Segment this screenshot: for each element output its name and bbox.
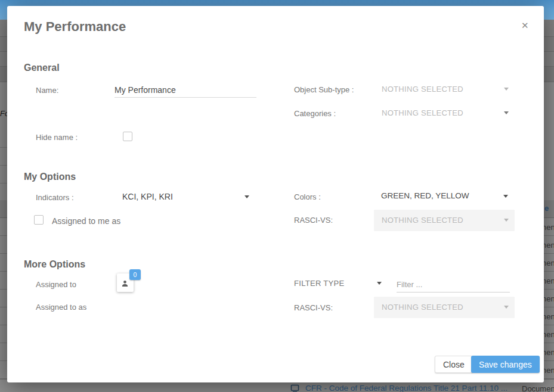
- save-changes-button[interactable]: Save changes: [471, 356, 540, 373]
- chevron-down-icon: [504, 306, 509, 309]
- dialog-title: My Performance: [24, 19, 126, 35]
- assigned-to-as-label: Assigned to as: [36, 303, 86, 312]
- assigned-to-me-checkbox[interactable]: [34, 215, 44, 225]
- indicators-select[interactable]: KCI, KPI, KRI: [122, 192, 173, 201]
- assignee-count-badge: 0: [129, 269, 141, 280]
- colors-label: Colors :: [294, 192, 321, 201]
- chevron-down-icon[interactable]: [244, 195, 249, 198]
- name-input[interactable]: [114, 82, 256, 98]
- section-heading-more-options: More Options: [24, 259, 85, 270]
- rasci-vs-2-value: NOTHING SELECTED: [382, 303, 463, 312]
- colors-select[interactable]: GREEN, RED, YELLOW: [381, 191, 469, 200]
- rasci-vs-select-disabled: NOTHING SELECTED: [374, 210, 515, 231]
- chevron-down-icon[interactable]: [503, 195, 508, 198]
- chevron-down-icon: [504, 219, 509, 222]
- close-icon[interactable]: ✕: [520, 19, 530, 32]
- filter-input[interactable]: [397, 277, 510, 293]
- rasci-vs-2-select-disabled: NOTHING SELECTED: [374, 297, 515, 318]
- indicators-label: Indicators :: [36, 193, 74, 202]
- assigned-to-me-label: Assigned to me as: [52, 216, 120, 226]
- categories-select[interactable]: NOTHING SELECTED: [382, 108, 463, 117]
- person-icon: [120, 278, 130, 288]
- screen: Fo < e Documen Documen Documen Documen D…: [0, 0, 554, 392]
- categories-label: Categories :: [294, 109, 336, 118]
- name-label: Name:: [36, 86, 58, 95]
- object-subtype-label: Object Sub-type :: [294, 85, 354, 94]
- rasci-vs-value: NOTHING SELECTED: [382, 216, 463, 225]
- hide-name-label: Hide name :: [36, 133, 78, 142]
- chevron-down-icon[interactable]: [377, 282, 382, 285]
- rasci-vs-label: RASCI-VS:: [294, 216, 333, 225]
- chevron-down-icon[interactable]: [504, 88, 509, 91]
- chevron-down-icon[interactable]: [504, 111, 509, 114]
- hide-name-checkbox[interactable]: [123, 132, 132, 141]
- object-subtype-select[interactable]: NOTHING SELECTED: [382, 85, 463, 94]
- close-button[interactable]: Close: [435, 356, 473, 373]
- assigned-to-label: Assigned to: [36, 280, 76, 289]
- filter-type-dropdown[interactable]: FILTER TYPE: [294, 279, 344, 288]
- section-heading-my-options: My Options: [24, 172, 76, 182]
- rasci-vs-2-label: RASCI-VS:: [294, 303, 333, 312]
- section-heading-general: General: [24, 63, 60, 73]
- my-performance-dialog: My Performance ✕ General Name: Object Su…: [7, 6, 544, 382]
